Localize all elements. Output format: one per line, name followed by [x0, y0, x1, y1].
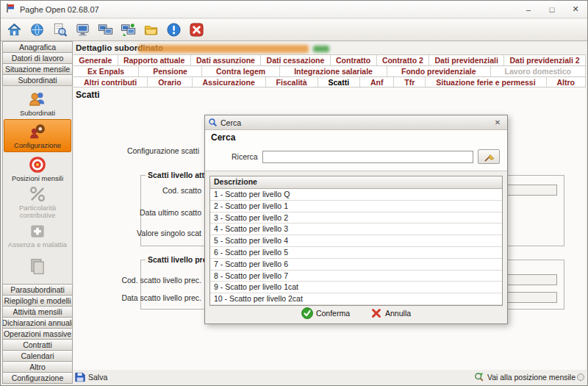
tab-integrazione-salariale[interactable]: Integrazione salariale: [280, 66, 387, 76]
tab-dati-previdenziali[interactable]: Dati previdenziali: [429, 55, 504, 65]
valore-singolo-scatto-label: Valore singolo scat: [137, 229, 201, 237]
dialog-search-section: Cerca Ricerca: [205, 130, 507, 171]
network-button[interactable]: [96, 21, 114, 39]
tab-rapporto-attuale[interactable]: Rapporto attuale: [118, 55, 191, 65]
sidebar-icon-documents: [4, 251, 71, 282]
tab-generale[interactable]: Generale: [74, 55, 118, 65]
sidebar-item-attivita-mensili[interactable]: Attività mensili: [2, 306, 73, 318]
title-bar: Paghe Open 02.68.07 – □ ✕: [1, 1, 587, 18]
floppy-disk-icon: [75, 372, 85, 382]
toolbar: [1, 19, 587, 41]
computer-icon: [75, 22, 90, 37]
window-title: Paghe Open 02.68.07: [20, 5, 517, 14]
list-item[interactable]: 4 - Scatto per livello 3: [210, 224, 502, 235]
tab-anf[interactable]: Anf: [360, 77, 394, 87]
tab-contra-legem[interactable]: Contra legem: [202, 66, 280, 76]
archive-button[interactable]: [142, 21, 159, 39]
list-item[interactable]: 9 - Scatto per livello 1cat: [210, 282, 502, 293]
tab-fiscalita[interactable]: Fiscalità: [266, 77, 318, 87]
sidebar-item-operazioni-massive[interactable]: Operazioni massive: [2, 328, 73, 340]
sidebar: Anagrafica Datori di lavoro Situazione m…: [2, 42, 73, 384]
tab-dati-previdenziali-2[interactable]: Dati previdenziali 2: [504, 55, 586, 65]
results-list: Descrizione 1 - Scatto per livello Q 2 -…: [209, 176, 503, 306]
list-column-header[interactable]: Descrizione: [210, 176, 502, 189]
tab-contratto[interactable]: Contratto: [331, 55, 377, 65]
list-item[interactable]: 8 - Scatto per livello 7: [210, 271, 502, 282]
go-to-monthly-position-icon: [474, 372, 484, 382]
sidebar-icon-configurazione[interactable]: Configurazione: [4, 119, 71, 152]
tab-altro[interactable]: Altro: [547, 77, 586, 87]
sidebar-item-calendari[interactable]: Calendari: [2, 350, 73, 362]
list-item[interactable]: 6 - Scatto per livello 5: [210, 247, 502, 259]
tab-assicurazione[interactable]: Assicurazione: [193, 77, 266, 87]
tab-fondo-previdenziale[interactable]: Fondo previdenziale: [387, 66, 491, 76]
minimize-button[interactable]: –: [517, 1, 540, 18]
sidebar-item-datori-di-lavoro[interactable]: Datori di lavoro: [2, 52, 73, 64]
stacked-documents-icon: [28, 257, 47, 276]
network-active-button[interactable]: [119, 21, 137, 39]
list-item[interactable]: 10 - Scatto per livello 2cat: [210, 293, 502, 305]
sidebar-item-situazione-mensile[interactable]: Situazione mensile: [2, 63, 73, 75]
data-ultimo-scatto-label: Data ultimo scatto: [140, 208, 201, 217]
list-item[interactable]: 2 - Scatto per livello 1: [210, 201, 502, 212]
home-button[interactable]: [5, 21, 23, 39]
dialog-title-bar[interactable]: Cerca ✕: [205, 115, 507, 130]
list-item[interactable]: 7 - Scatto per livello 6: [210, 259, 502, 271]
search-documents-button[interactable]: [51, 21, 68, 39]
sidebar-item-altro[interactable]: Altro: [2, 361, 73, 373]
list-item[interactable]: 5 - Scatto per livello 4: [210, 235, 502, 247]
redacted-company-code: [313, 46, 329, 52]
computer-button[interactable]: [74, 21, 91, 39]
dialog-close-button[interactable]: ✕: [491, 117, 504, 129]
sidebar-item-configurazione[interactable]: Configurazione: [2, 372, 73, 384]
dialog-section-header: Cerca: [211, 132, 235, 143]
tab-orario[interactable]: Orario: [148, 77, 192, 87]
info-button[interactable]: [165, 21, 182, 39]
tab-contratto-2[interactable]: Contratto 2: [377, 55, 430, 65]
close-window-button[interactable]: ✕: [564, 1, 587, 18]
cancel-button[interactable]: Annulla: [370, 307, 411, 319]
tab-tfr[interactable]: Tfr: [394, 77, 426, 87]
tab-altri-contributi[interactable]: Altri contributi: [74, 77, 148, 87]
sidebar-item-dichiarazioni-annuali[interactable]: Dichiarazioni annuali: [2, 317, 73, 329]
tab-scatti[interactable]: Scatti: [318, 77, 360, 87]
search-input[interactable]: [262, 151, 473, 163]
exit-button[interactable]: [187, 21, 205, 39]
tab-dati-assunzione[interactable]: Dati assunzione: [191, 55, 262, 65]
search-label: Ricerca: [232, 152, 262, 161]
cod-scatto-prec-label: Cod. scatto livello prec.: [121, 276, 201, 285]
section-heading: Scatti: [76, 90, 100, 100]
cerca-dialog: Cerca ✕ Cerca Ricerca Descrizione 1 - Sc…: [204, 115, 508, 324]
detail-header: Dettaglio subordinato: [74, 42, 586, 54]
globe-button[interactable]: [28, 21, 46, 39]
sidebar-icon-posizioni-mensili[interactable]: Posizioni mensili: [4, 152, 71, 184]
sidebar-item-anagrafica[interactable]: Anagrafica: [2, 41, 73, 53]
tab-dati-cessazione[interactable]: Dati cessazione: [261, 55, 330, 65]
status-indicator: [577, 374, 584, 381]
go-to-monthly-position-link[interactable]: Vai alla posizione mensile: [474, 372, 576, 382]
sidebar-item-subordinati[interactable]: Subordinati: [2, 74, 73, 86]
data-scatto-prec-label: Data scatto livello prec.: [121, 293, 201, 302]
tab-ex-enpals[interactable]: Ex Enpals: [74, 66, 139, 76]
confirm-button[interactable]: Conferma: [301, 307, 350, 319]
footer-bar: Salva Vai alla posizione mensile: [74, 370, 586, 384]
tab-row-3: Altri contributi Orario Assicurazione Fi…: [74, 76, 586, 87]
search-icon: [208, 118, 218, 127]
sidebar-icon-subordinati[interactable]: Subordinati: [4, 87, 71, 119]
info-icon: [166, 22, 182, 37]
sidebar-item-riepiloghi-e-modelli[interactable]: Riepiloghi e modelli: [2, 295, 73, 307]
tab-pensione[interactable]: Pensione: [139, 66, 202, 76]
maximize-button[interactable]: □: [540, 1, 564, 18]
exit-icon: [189, 22, 204, 37]
list-item[interactable]: 3 - Scatto per livello 2: [210, 212, 502, 224]
sidebar-item-contratti[interactable]: Contratti: [2, 339, 73, 351]
tab-row-2: Ex Enpals Pensione Contra legem Integraz…: [74, 65, 586, 76]
clear-search-button[interactable]: [478, 149, 500, 164]
dialog-buttons: Conferma Annulla: [205, 306, 507, 321]
save-button[interactable]: Salva: [75, 372, 107, 382]
list-item[interactable]: 1 - Scatto per livello Q: [210, 189, 502, 201]
target-icon: [28, 155, 47, 174]
sidebar-item-parasubordinati[interactable]: Parasubordinati: [2, 284, 73, 296]
tab-situazione-ferie-e-permessi[interactable]: Situazione ferie e permessi: [426, 77, 546, 87]
redacted-employee-name: [138, 45, 309, 53]
